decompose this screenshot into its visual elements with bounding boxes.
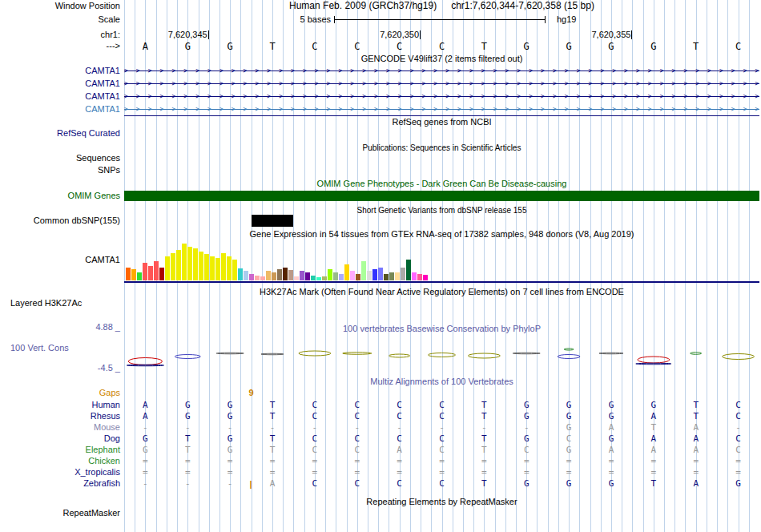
base-cell[interactable]: = (548, 456, 590, 467)
species-label-human[interactable]: Human (0, 400, 120, 410)
base-cell[interactable]: C (293, 400, 336, 411)
base-cell[interactable]: C (293, 433, 336, 445)
base-cell[interactable]: C (717, 400, 759, 411)
base-cell[interactable]: C (378, 433, 421, 445)
base-cell[interactable]: A (124, 400, 167, 411)
base-cell[interactable]: - (336, 422, 378, 433)
base-cell[interactable]: G (717, 478, 759, 490)
base-cell[interactable]: G (124, 433, 167, 445)
base-cell[interactable]: G (590, 411, 633, 422)
species-label-elephant[interactable]: Elephant (0, 445, 120, 455)
base-cell[interactable]: G (548, 445, 590, 456)
base-cell[interactable]: T (674, 400, 717, 411)
base-cell[interactable]: G (209, 400, 252, 411)
base-cell[interactable]: C (378, 400, 421, 411)
base-cell[interactable]: T (632, 478, 674, 490)
multiz-gaps-label[interactable]: Gaps (0, 388, 120, 398)
base-cell[interactable]: - (505, 422, 548, 433)
base-cell[interactable]: C (548, 433, 590, 445)
base-cell[interactable]: G (548, 411, 590, 422)
base-cell[interactable]: = (293, 456, 336, 467)
base-cell[interactable]: = (717, 467, 759, 478)
base-cell[interactable]: G (632, 400, 674, 411)
base-cell[interactable]: - (124, 478, 167, 490)
base-cell[interactable]: C (293, 411, 336, 422)
base-cell[interactable]: C (378, 478, 421, 490)
base-cell[interactable]: G (505, 411, 548, 422)
base-cell[interactable]: T (252, 400, 294, 411)
gencode-item-label-2[interactable]: CAMTA1 (0, 79, 120, 89)
base-cell[interactable]: T (463, 433, 505, 445)
base-cell[interactable]: A (632, 433, 674, 445)
base-cell[interactable]: C (336, 433, 378, 445)
base-cell[interactable]: = (463, 456, 505, 467)
gencode-item-label-4[interactable]: CAMTA1 (0, 104, 120, 115)
base-cell[interactable]: T (463, 445, 505, 456)
base-cell[interactable]: G (548, 400, 590, 411)
species-label-mouse[interactable]: Mouse (0, 422, 120, 433)
base-cell[interactable]: - (209, 422, 252, 433)
base-cell[interactable]: T (463, 400, 505, 411)
base-cell[interactable]: A (632, 445, 674, 456)
base-cell[interactable]: = (632, 456, 674, 467)
base-cell[interactable]: - (252, 422, 294, 433)
sequences-label[interactable]: Sequences (0, 153, 120, 163)
base-cell[interactable]: - (209, 478, 252, 490)
base-cell[interactable]: A (124, 411, 167, 422)
base-cell[interactable]: C (336, 400, 378, 411)
base-cell[interactable]: C (378, 411, 421, 422)
base-cell[interactable]: = (421, 456, 463, 467)
base-cell[interactable]: = (252, 467, 294, 478)
base-cell[interactable]: = (674, 456, 717, 467)
base-cell[interactable]: G (124, 445, 167, 456)
base-cell[interactable]: G (590, 478, 633, 490)
base-cell[interactable]: - (378, 422, 421, 433)
base-cell[interactable]: C (421, 411, 463, 422)
alignment-row-chicken[interactable]: =============== (124, 456, 759, 467)
alignment-row-mouse[interactable]: ----------GATA- (124, 422, 759, 433)
gencode-item-label-3[interactable]: CAMTA1 (0, 91, 120, 102)
base-cell[interactable]: = (717, 456, 759, 467)
refseq-curated-label[interactable]: RefSeq Curated (0, 128, 120, 139)
base-cell[interactable]: = (590, 467, 633, 478)
phylop-track-label[interactable]: 100 Vert. Cons (10, 343, 69, 353)
base-cell[interactable]: T (463, 411, 505, 422)
base-cell[interactable]: = (252, 456, 294, 467)
base-cell[interactable]: = (209, 456, 252, 467)
base-cell[interactable]: A (252, 478, 294, 490)
base-cell[interactable]: G (505, 400, 548, 411)
base-cell[interactable]: G (590, 433, 633, 445)
repeatmasker-label[interactable]: RepeatMasker (0, 508, 120, 518)
layered-h3k27ac-label[interactable]: Layered H3K27Ac (10, 298, 82, 308)
base-cell[interactable]: = (336, 467, 378, 478)
base-cell[interactable]: A (378, 445, 421, 456)
base-cell[interactable]: C (421, 478, 463, 490)
base-cell[interactable]: C (505, 445, 548, 456)
base-cell[interactable]: A (590, 445, 633, 456)
species-label-zebrafish[interactable]: Zebrafish (0, 478, 120, 489)
gtex-gene-label[interactable]: CAMTA1 (0, 255, 120, 265)
base-cell[interactable]: - (124, 422, 167, 433)
base-cell[interactable]: A (632, 411, 674, 422)
base-cell[interactable]: T (463, 478, 505, 490)
base-cell[interactable]: = (505, 456, 548, 467)
repeatmasker-track-title[interactable]: Repeating Elements by RepeatMasker (124, 497, 759, 507)
base-cell[interactable]: A (674, 422, 717, 433)
base-cell[interactable]: T (632, 422, 674, 433)
base-cell[interactable]: = (590, 456, 633, 467)
base-cell[interactable]: G (209, 411, 252, 422)
omim-genes-label[interactable]: OMIM Genes (0, 191, 120, 201)
base-cell[interactable]: C (717, 411, 759, 422)
base-cell[interactable]: = (421, 467, 463, 478)
base-cell[interactable]: T (252, 433, 294, 445)
alignment-row-x-tropicalis[interactable]: =============== (124, 467, 759, 478)
base-cell[interactable]: C (717, 445, 759, 456)
base-cell[interactable]: G (548, 422, 590, 433)
base-cell[interactable]: G (590, 400, 633, 411)
alignment-row-dog[interactable]: GTGTCCCCTGCGAAC (124, 433, 759, 445)
base-cell[interactable]: T (252, 445, 294, 456)
species-label-chicken[interactable]: Chicken (0, 456, 120, 466)
base-cell[interactable]: A (674, 433, 717, 445)
base-cell[interactable]: = (463, 467, 505, 478)
base-cell[interactable]: C (421, 400, 463, 411)
